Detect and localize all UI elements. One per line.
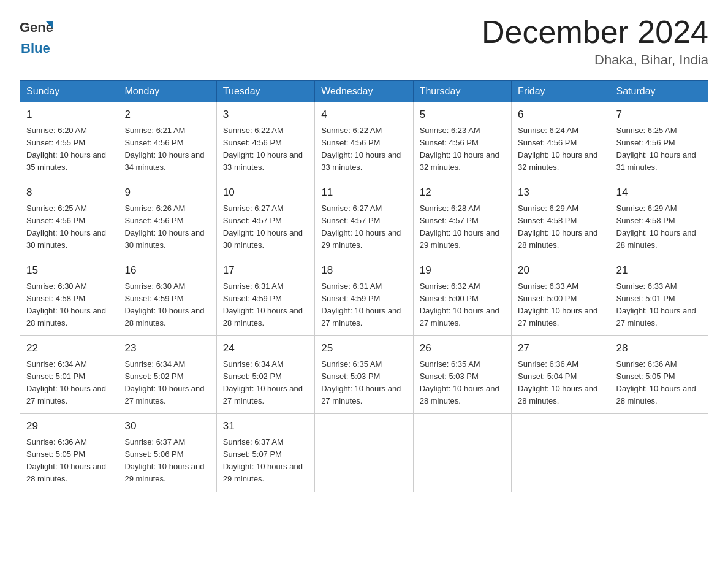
logo: General Blue: [20, 15, 53, 56]
day-number: 30: [124, 418, 210, 434]
day-info: Sunrise: 6:34 AMSunset: 5:02 PMDaylight:…: [124, 358, 210, 408]
calendar-cell: 29Sunrise: 6:36 AMSunset: 5:05 PMDayligh…: [20, 414, 118, 492]
calendar-cell: 25Sunrise: 6:35 AMSunset: 5:03 PMDayligh…: [315, 336, 413, 414]
day-number: 15: [26, 262, 112, 278]
title-block: December 2024 Dhaka, Bihar, India: [482, 15, 708, 68]
col-header-saturday: Saturday: [610, 81, 708, 102]
day-number: 14: [616, 185, 702, 201]
calendar-cell: 28Sunrise: 6:36 AMSunset: 5:05 PMDayligh…: [610, 336, 708, 414]
calendar-cell: 4Sunrise: 6:22 AMSunset: 4:56 PMDaylight…: [315, 102, 413, 180]
day-info: Sunrise: 6:29 AMSunset: 4:58 PMDaylight:…: [518, 202, 603, 252]
calendar-cell: 7Sunrise: 6:25 AMSunset: 4:56 PMDaylight…: [610, 102, 708, 180]
calendar-cell: 18Sunrise: 6:31 AMSunset: 4:59 PMDayligh…: [315, 258, 413, 336]
calendar-cell: 30Sunrise: 6:37 AMSunset: 5:06 PMDayligh…: [118, 414, 216, 492]
day-info: Sunrise: 6:37 AMSunset: 5:06 PMDaylight:…: [124, 436, 210, 486]
day-number: 13: [518, 185, 603, 201]
day-info: Sunrise: 6:31 AMSunset: 4:59 PMDaylight:…: [321, 280, 406, 330]
day-number: 27: [518, 340, 603, 356]
day-info: Sunrise: 6:36 AMSunset: 5:05 PMDaylight:…: [616, 358, 702, 408]
day-info: Sunrise: 6:28 AMSunset: 4:57 PMDaylight:…: [420, 202, 505, 252]
day-number: 29: [26, 418, 112, 434]
logo-icon: General: [20, 15, 53, 44]
day-number: 11: [321, 185, 406, 201]
calendar-week-row: 29Sunrise: 6:36 AMSunset: 5:05 PMDayligh…: [20, 414, 708, 492]
day-info: Sunrise: 6:34 AMSunset: 5:02 PMDaylight:…: [223, 358, 308, 408]
calendar-cell: 9Sunrise: 6:26 AMSunset: 4:56 PMDaylight…: [118, 180, 216, 258]
calendar-cell: 27Sunrise: 6:36 AMSunset: 5:04 PMDayligh…: [512, 336, 610, 414]
day-info: Sunrise: 6:21 AMSunset: 4:56 PMDaylight:…: [124, 124, 210, 174]
calendar-week-row: 22Sunrise: 6:34 AMSunset: 5:01 PMDayligh…: [20, 336, 708, 414]
day-info: Sunrise: 6:36 AMSunset: 5:04 PMDaylight:…: [518, 358, 603, 408]
calendar-cell: 31Sunrise: 6:37 AMSunset: 5:07 PMDayligh…: [216, 414, 314, 492]
col-header-thursday: Thursday: [413, 81, 511, 102]
month-title: December 2024: [482, 15, 708, 50]
logo-blue-text: Blue: [21, 40, 50, 56]
day-info: Sunrise: 6:34 AMSunset: 5:01 PMDaylight:…: [26, 358, 112, 408]
day-info: Sunrise: 6:27 AMSunset: 4:57 PMDaylight:…: [321, 202, 406, 252]
col-header-friday: Friday: [512, 81, 610, 102]
day-number: 25: [321, 340, 406, 356]
day-info: Sunrise: 6:20 AMSunset: 4:55 PMDaylight:…: [26, 124, 112, 174]
day-info: Sunrise: 6:36 AMSunset: 5:05 PMDaylight:…: [26, 436, 112, 486]
calendar-cell: 1Sunrise: 6:20 AMSunset: 4:55 PMDaylight…: [20, 102, 118, 180]
calendar-cell: 10Sunrise: 6:27 AMSunset: 4:57 PMDayligh…: [216, 180, 314, 258]
day-number: 2: [124, 107, 210, 123]
calendar-cell: 19Sunrise: 6:32 AMSunset: 5:00 PMDayligh…: [413, 258, 511, 336]
calendar-cell: [413, 414, 511, 492]
day-info: Sunrise: 6:37 AMSunset: 5:07 PMDaylight:…: [223, 436, 308, 486]
calendar-cell: 22Sunrise: 6:34 AMSunset: 5:01 PMDayligh…: [20, 336, 118, 414]
day-number: 1: [26, 107, 112, 123]
day-number: 7: [616, 107, 702, 123]
calendar-cell: 15Sunrise: 6:30 AMSunset: 4:58 PMDayligh…: [20, 258, 118, 336]
day-number: 20: [518, 262, 603, 278]
day-info: Sunrise: 6:33 AMSunset: 5:00 PMDaylight:…: [518, 280, 603, 330]
day-info: Sunrise: 6:22 AMSunset: 4:56 PMDaylight:…: [321, 124, 406, 174]
logo-mark: General: [20, 15, 53, 44]
day-info: Sunrise: 6:22 AMSunset: 4:56 PMDaylight:…: [223, 124, 308, 174]
calendar-cell: 3Sunrise: 6:22 AMSunset: 4:56 PMDaylight…: [216, 102, 314, 180]
calendar-cell: 12Sunrise: 6:28 AMSunset: 4:57 PMDayligh…: [413, 180, 511, 258]
day-info: Sunrise: 6:25 AMSunset: 4:56 PMDaylight:…: [26, 202, 112, 252]
day-info: Sunrise: 6:33 AMSunset: 5:01 PMDaylight:…: [616, 280, 702, 330]
col-header-tuesday: Tuesday: [216, 81, 314, 102]
day-number: 19: [420, 262, 505, 278]
calendar-table: SundayMondayTuesdayWednesdayThursdayFrid…: [20, 80, 708, 492]
day-info: Sunrise: 6:29 AMSunset: 4:58 PMDaylight:…: [616, 202, 702, 252]
day-info: Sunrise: 6:23 AMSunset: 4:56 PMDaylight:…: [420, 124, 505, 174]
day-number: 26: [420, 340, 505, 356]
calendar-cell: [610, 414, 708, 492]
day-info: Sunrise: 6:30 AMSunset: 4:58 PMDaylight:…: [26, 280, 112, 330]
day-number: 10: [223, 185, 308, 201]
day-info: Sunrise: 6:25 AMSunset: 4:56 PMDaylight:…: [616, 124, 702, 174]
day-number: 17: [223, 262, 308, 278]
day-info: Sunrise: 6:32 AMSunset: 5:00 PMDaylight:…: [420, 280, 505, 330]
calendar-cell: 16Sunrise: 6:30 AMSunset: 4:59 PMDayligh…: [118, 258, 216, 336]
calendar-cell: 24Sunrise: 6:34 AMSunset: 5:02 PMDayligh…: [216, 336, 314, 414]
day-info: Sunrise: 6:26 AMSunset: 4:56 PMDaylight:…: [124, 202, 210, 252]
calendar-week-row: 8Sunrise: 6:25 AMSunset: 4:56 PMDaylight…: [20, 180, 708, 258]
calendar-week-row: 1Sunrise: 6:20 AMSunset: 4:55 PMDaylight…: [20, 102, 708, 180]
day-number: 18: [321, 262, 406, 278]
day-number: 28: [616, 340, 702, 356]
calendar-cell: 14Sunrise: 6:29 AMSunset: 4:58 PMDayligh…: [610, 180, 708, 258]
day-info: Sunrise: 6:31 AMSunset: 4:59 PMDaylight:…: [223, 280, 308, 330]
calendar-cell: 2Sunrise: 6:21 AMSunset: 4:56 PMDaylight…: [118, 102, 216, 180]
day-number: 24: [223, 340, 308, 356]
day-info: Sunrise: 6:30 AMSunset: 4:59 PMDaylight:…: [124, 280, 210, 330]
day-info: Sunrise: 6:24 AMSunset: 4:56 PMDaylight:…: [518, 124, 603, 174]
calendar-cell: 20Sunrise: 6:33 AMSunset: 5:00 PMDayligh…: [512, 258, 610, 336]
calendar-cell: [315, 414, 413, 492]
col-header-monday: Monday: [118, 81, 216, 102]
calendar-cell: 13Sunrise: 6:29 AMSunset: 4:58 PMDayligh…: [512, 180, 610, 258]
calendar-cell: [512, 414, 610, 492]
calendar-header-row: SundayMondayTuesdayWednesdayThursdayFrid…: [20, 81, 708, 102]
day-number: 12: [420, 185, 505, 201]
day-info: Sunrise: 6:27 AMSunset: 4:57 PMDaylight:…: [223, 202, 308, 252]
page-header: General Blue December 2024 Dhaka, Bihar,…: [20, 15, 708, 68]
day-info: Sunrise: 6:35 AMSunset: 5:03 PMDaylight:…: [321, 358, 406, 408]
day-number: 22: [26, 340, 112, 356]
day-number: 23: [124, 340, 210, 356]
day-number: 16: [124, 262, 210, 278]
col-header-wednesday: Wednesday: [315, 81, 413, 102]
day-number: 31: [223, 418, 308, 434]
